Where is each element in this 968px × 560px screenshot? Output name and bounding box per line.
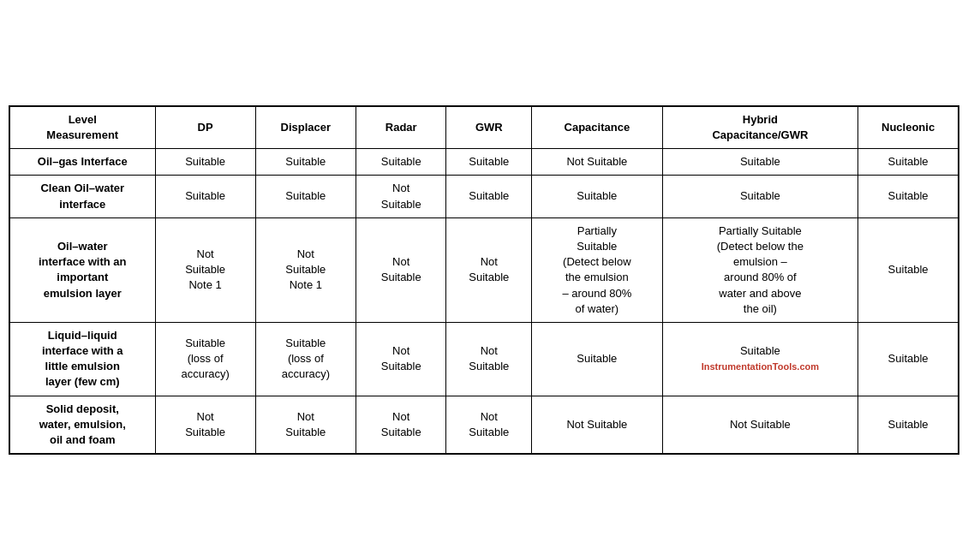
cell-oil-gas-radar: Suitable xyxy=(356,149,446,176)
cell-solid-hybrid: Not Suitable xyxy=(662,396,858,454)
cell-solid-displacer: Not Suitable xyxy=(255,396,356,454)
cell-liquid-radar: Not Suitable xyxy=(356,322,446,396)
cell-solid-gwr: Not Suitable xyxy=(446,396,532,454)
cell-emulsion-nucleonic: Suitable xyxy=(858,217,959,322)
row-label-liquid: Liquid–liquid interface with a little em… xyxy=(9,322,155,396)
cell-oil-gas-displacer: Suitable xyxy=(255,149,356,176)
table-row: Oil–gas Interface Suitable Suitable Suit… xyxy=(9,149,959,176)
cell-liquid-displacer: Suitable (loss of accuracy) xyxy=(255,322,356,396)
row-label-clean-oil: Clean Oil–water interface xyxy=(9,176,155,217)
table-wrapper: Level Measurement DP Displacer Radar GWR… xyxy=(9,105,959,455)
cell-liquid-gwr: Not Suitable xyxy=(446,322,532,396)
header-dp: DP xyxy=(155,106,255,149)
cell-liquid-nucleonic: Suitable xyxy=(858,322,959,396)
cell-oil-gas-dp: Suitable xyxy=(155,149,255,176)
cell-emulsion-gwr: Not Suitable xyxy=(446,217,532,322)
cell-emulsion-radar: Not Suitable xyxy=(356,217,446,322)
hybrid-suitable-text: Suitable xyxy=(740,344,780,357)
table-row: Oil–water interface with an important em… xyxy=(9,217,959,322)
main-table: Level Measurement DP Displacer Radar GWR… xyxy=(9,105,959,455)
cell-emulsion-dp: Not Suitable Note 1 xyxy=(155,217,255,322)
cell-clean-oil-dp: Suitable xyxy=(155,176,255,217)
cell-liquid-dp: Suitable (loss of accuracy) xyxy=(155,322,255,396)
header-radar: Radar xyxy=(356,106,446,149)
cell-oil-gas-gwr: Suitable xyxy=(446,149,532,176)
cell-solid-radar: Not Suitable xyxy=(356,396,446,454)
cell-clean-oil-nucleonic: Suitable xyxy=(858,176,959,217)
header-displacer: Displacer xyxy=(255,106,356,149)
row-label-oil-gas: Oil–gas Interface xyxy=(9,149,155,176)
cell-oil-gas-hybrid: Suitable xyxy=(662,149,858,176)
cell-clean-oil-gwr: Suitable xyxy=(446,176,532,217)
header-hybrid: Hybrid Capacitance/GWR xyxy=(662,106,858,149)
cell-oil-gas-capacitance: Not Suitable xyxy=(532,149,662,176)
cell-solid-dp: Not Suitable xyxy=(155,396,255,454)
cell-emulsion-capacitance: Partially Suitable (Detect below the emu… xyxy=(532,217,662,322)
header-level: Level Measurement xyxy=(9,106,155,149)
brand-link: InstrumentationTools.com xyxy=(702,361,819,372)
cell-emulsion-displacer: Not Suitable Note 1 xyxy=(255,217,356,322)
cell-liquid-capacitance: Suitable xyxy=(532,322,662,396)
cell-liquid-hybrid: Suitable InstrumentationTools.com xyxy=(662,322,858,396)
cell-clean-oil-hybrid: Suitable xyxy=(662,176,858,217)
row-label-emulsion: Oil–water interface with an important em… xyxy=(9,217,155,322)
table-row: Liquid–liquid interface with a little em… xyxy=(9,322,959,396)
row-label-solid: Solid deposit, water, emulsion, oil and … xyxy=(9,396,155,454)
cell-clean-oil-displacer: Suitable xyxy=(255,176,356,217)
cell-solid-nucleonic: Suitable xyxy=(858,396,959,454)
header-nucleonic: Nucleonic xyxy=(858,106,959,149)
cell-emulsion-hybrid: Partially Suitable (Detect below the emu… xyxy=(662,217,858,322)
header-gwr: GWR xyxy=(446,106,532,149)
table-row: Solid deposit, water, emulsion, oil and … xyxy=(9,396,959,454)
table-row: Clean Oil–water interface Suitable Suita… xyxy=(9,176,959,217)
cell-clean-oil-capacitance: Suitable xyxy=(532,176,662,217)
cell-clean-oil-radar: Not Suitable xyxy=(356,176,446,217)
cell-oil-gas-nucleonic: Suitable xyxy=(858,149,959,176)
header-capacitance: Capacitance xyxy=(532,106,662,149)
cell-solid-capacitance: Not Suitable xyxy=(532,396,662,454)
